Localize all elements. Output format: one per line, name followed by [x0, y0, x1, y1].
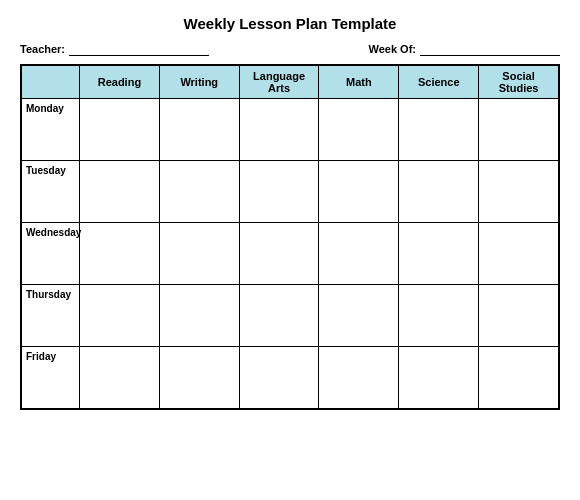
header-math: Math: [319, 66, 399, 99]
teacher-label: Teacher:: [20, 43, 65, 55]
day-label-friday: Friday: [22, 347, 80, 409]
table-row: Thursday: [22, 285, 559, 347]
page-title: Weekly Lesson Plan Template: [184, 15, 397, 32]
cell-monday-social_studies[interactable]: [479, 99, 559, 161]
cell-wednesday-math[interactable]: [319, 223, 399, 285]
week-of-field: Week Of:: [369, 42, 560, 56]
teacher-field: Teacher:: [20, 42, 209, 56]
cell-thursday-language_arts[interactable]: [239, 285, 319, 347]
cell-wednesday-writing[interactable]: [159, 223, 239, 285]
day-label-tuesday: Tuesday: [22, 161, 80, 223]
cell-thursday-science[interactable]: [399, 285, 479, 347]
day-label-wednesday: Wednesday: [22, 223, 80, 285]
cell-monday-science[interactable]: [399, 99, 479, 161]
header-writing: Writing: [159, 66, 239, 99]
day-label-thursday: Thursday: [22, 285, 80, 347]
header-reading: Reading: [80, 66, 160, 99]
cell-tuesday-reading[interactable]: [80, 161, 160, 223]
cell-wednesday-reading[interactable]: [80, 223, 160, 285]
week-of-input-line[interactable]: [420, 42, 560, 56]
cell-tuesday-social_studies[interactable]: [479, 161, 559, 223]
cell-tuesday-math[interactable]: [319, 161, 399, 223]
cell-tuesday-writing[interactable]: [159, 161, 239, 223]
week-of-label: Week Of:: [369, 43, 416, 55]
cell-monday-math[interactable]: [319, 99, 399, 161]
cell-wednesday-language_arts[interactable]: [239, 223, 319, 285]
header-social-studies: Social Studies: [479, 66, 559, 99]
teacher-input-line[interactable]: [69, 42, 209, 56]
table-body: MondayTuesdayWednesdayThursdayFriday: [22, 99, 559, 409]
table-row: Friday: [22, 347, 559, 409]
header-row: Reading Writing Language Arts Math Scien…: [22, 66, 559, 99]
cell-friday-social_studies[interactable]: [479, 347, 559, 409]
header-day: [22, 66, 80, 99]
cell-monday-writing[interactable]: [159, 99, 239, 161]
cell-thursday-reading[interactable]: [80, 285, 160, 347]
cell-tuesday-language_arts[interactable]: [239, 161, 319, 223]
day-label-monday: Monday: [22, 99, 80, 161]
cell-wednesday-social_studies[interactable]: [479, 223, 559, 285]
lesson-plan-table-container: Reading Writing Language Arts Math Scien…: [20, 64, 560, 410]
cell-thursday-social_studies[interactable]: [479, 285, 559, 347]
table-row: Monday: [22, 99, 559, 161]
lesson-plan-table: Reading Writing Language Arts Math Scien…: [21, 65, 559, 409]
cell-monday-language_arts[interactable]: [239, 99, 319, 161]
table-row: Tuesday: [22, 161, 559, 223]
cell-friday-math[interactable]: [319, 347, 399, 409]
cell-tuesday-science[interactable]: [399, 161, 479, 223]
cell-friday-reading[interactable]: [80, 347, 160, 409]
cell-thursday-math[interactable]: [319, 285, 399, 347]
cell-friday-science[interactable]: [399, 347, 479, 409]
cell-friday-language_arts[interactable]: [239, 347, 319, 409]
cell-monday-reading[interactable]: [80, 99, 160, 161]
form-row: Teacher: Week Of:: [20, 42, 560, 56]
cell-thursday-writing[interactable]: [159, 285, 239, 347]
table-row: Wednesday: [22, 223, 559, 285]
header-science: Science: [399, 66, 479, 99]
cell-friday-writing[interactable]: [159, 347, 239, 409]
header-language-arts: Language Arts: [239, 66, 319, 99]
cell-wednesday-science[interactable]: [399, 223, 479, 285]
